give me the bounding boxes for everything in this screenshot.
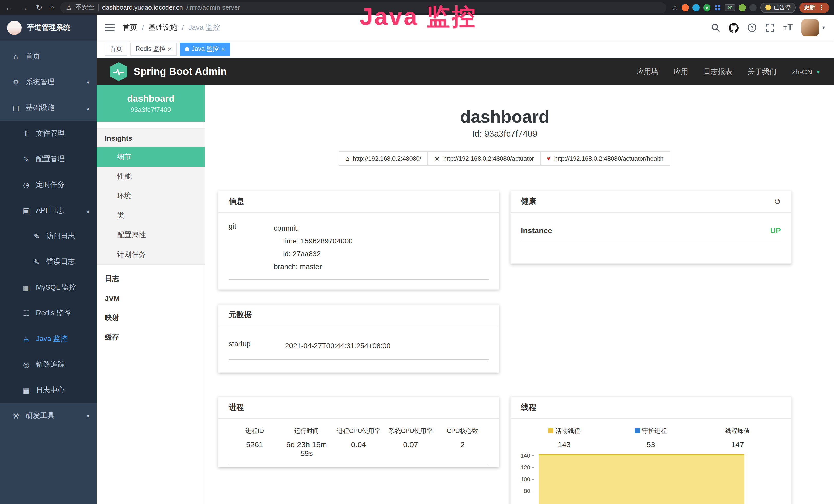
page-instance-id: Id: 93a3fc7f7409: [218, 129, 792, 139]
app-logo-row[interactable]: 芋道管理系统: [0, 15, 96, 41]
sidebar-item-redis[interactable]: ☷Redis 监控: [0, 300, 96, 326]
sidebar-item-system[interactable]: ⚙系统管理▾: [0, 69, 96, 95]
sidebar-item-api-log[interactable]: ▣API 日志▴: [0, 198, 96, 223]
profile-paused-chip[interactable]: 已暂停: [760, 2, 796, 13]
sidebar-item-java[interactable]: ☕Java 监控: [0, 326, 96, 352]
sba-section-jvm[interactable]: JVM: [96, 289, 205, 308]
search-icon[interactable]: [711, 23, 720, 32]
extension-drop-icon[interactable]: [693, 4, 700, 11]
redis-icon: ☷: [21, 309, 32, 317]
active-threads-area: [539, 455, 744, 504]
sba-item-metrics[interactable]: 性能: [96, 167, 205, 186]
close-icon[interactable]: ×: [221, 45, 225, 53]
url-path: /infra/admin-server: [186, 4, 240, 11]
history-icon[interactable]: ↺: [774, 197, 781, 206]
sba-item-env[interactable]: 环境: [96, 186, 205, 206]
browser-toolbar: ← → ↻ ⌂ ⚠ 不安全 dashboard.yudao.iocoder.cn…: [0, 0, 834, 15]
process-card-title: 进程: [218, 397, 499, 418]
extension-fox-icon[interactable]: [682, 4, 689, 11]
chevron-down-icon: ▾: [87, 79, 89, 85]
back-icon[interactable]: ←: [5, 3, 13, 12]
sidebar-item-log-center[interactable]: ▤日志中心: [0, 377, 96, 403]
sidebar-item-config[interactable]: ✎配置管理: [0, 146, 96, 172]
sidebar-item-home[interactable]: ⌂首页: [0, 44, 96, 69]
sidebar-item-devtools[interactable]: ⚒研发工具▾: [0, 403, 96, 429]
sba-nav-about[interactable]: 关于我们: [748, 67, 776, 76]
sidebar-menu: ⌂首页 ⚙系统管理▾ ▤基础设施▴ ⇧文件管理 ✎配置管理 ◷定时任务 ▣API…: [0, 41, 96, 429]
wrench-icon: ⚒: [434, 155, 440, 162]
health-instance-label: Instance: [521, 226, 552, 235]
tools-icon: ⚒: [10, 412, 22, 420]
reload-icon[interactable]: ↻: [36, 3, 42, 12]
browser-window: ← → ↻ ⌂ ⚠ 不安全 dashboard.yudao.iocoder.cn…: [0, 0, 834, 504]
url-host: dashboard.yudao.iocoder.cn: [102, 4, 183, 11]
sba-group-insights[interactable]: Insights: [96, 129, 205, 147]
health-url-button[interactable]: ♥http://192.168.0.2:48080/actuator/healt…: [540, 152, 670, 166]
sba-item-details[interactable]: 细节: [96, 147, 205, 167]
metadata-key: startup: [228, 339, 285, 352]
language-select[interactable]: zh-CN ▼: [792, 68, 821, 76]
sidebar-item-trace[interactable]: ◎链路追踪: [0, 352, 96, 377]
sba-section-caches[interactable]: 缓存: [96, 328, 205, 347]
sba-nav-journal[interactable]: 日志报表: [704, 67, 732, 76]
threads-chart: 140 120 100 80: [511, 451, 791, 504]
instance-header[interactable]: dashboard 93a3fc7f7409: [96, 85, 205, 122]
sidebar-item-access-log[interactable]: ✎访问日志: [0, 223, 96, 249]
instance-id: 93a3fc7f7409: [130, 106, 171, 113]
chrome-update-button[interactable]: 更新 ⋮: [799, 2, 829, 13]
home-icon: ⌂: [346, 155, 349, 162]
extension-on-badge[interactable]: on: [725, 4, 735, 11]
sba-section-mappings[interactable]: 映射: [96, 308, 205, 328]
app-logo: [7, 20, 22, 36]
extension-leaf-icon[interactable]: [739, 4, 746, 11]
sba-item-scheduled[interactable]: 计划任务: [96, 245, 205, 265]
info-key: git: [228, 222, 274, 273]
metadata-card: 元数据 startup 2021-04-27T00:44:31.254+08:0…: [218, 304, 499, 373]
extension-grid-icon[interactable]: [714, 4, 721, 11]
sba-brand[interactable]: Spring Boot Admin: [110, 62, 227, 81]
trace-icon: ◎: [21, 361, 32, 369]
sidebar-item-infra[interactable]: ▤基础设施▴: [0, 95, 96, 121]
home-icon: ⌂: [10, 52, 22, 61]
help-icon[interactable]: ?: [747, 23, 757, 32]
sba-item-configprops[interactable]: 配置属性: [96, 225, 205, 245]
tab-java[interactable]: Java 监控×: [180, 42, 230, 56]
sidebar-item-cron[interactable]: ◷定时任务: [0, 172, 96, 198]
process-card: 进程 进程ID5261 运行时间6d 23h 15m 59s 进程CPU使用率0…: [218, 396, 499, 467]
sba-section-logs[interactable]: 日志: [96, 269, 205, 289]
sidebar-item-error-log[interactable]: ✎错误日志: [0, 249, 96, 275]
service-url-button[interactable]: ⌂http://192.168.0.2:48080/: [339, 152, 428, 166]
fullscreen-icon[interactable]: [765, 23, 775, 32]
sidebar-item-mysql[interactable]: ▦MySQL 监控: [0, 275, 96, 300]
extension-check-icon[interactable]: v: [703, 4, 710, 11]
tab-redis[interactable]: Redis 监控×: [130, 42, 177, 56]
security-label[interactable]: 不安全: [75, 3, 94, 12]
font-size-icon[interactable]: TT: [784, 23, 793, 33]
sba-nav-wallboard[interactable]: 应用墙: [637, 67, 658, 76]
sba-nav-applications[interactable]: 应用: [674, 67, 688, 76]
profile-emoji-icon: [765, 5, 771, 10]
daemon-threads-swatch: [635, 428, 640, 433]
admin-sidebar: 芋道管理系统 ⌂首页 ⚙系统管理▾ ▤基础设施▴ ⇧文件管理 ✎配置管理 ◷定时…: [0, 15, 96, 504]
bookmark-star-icon[interactable]: ☆: [672, 3, 678, 12]
extension-puzzle-icon[interactable]: [749, 4, 757, 11]
home-icon[interactable]: ⌂: [50, 3, 55, 12]
gear-icon: ⚙: [10, 78, 22, 86]
kebab-menu-icon[interactable]: ⋮: [818, 4, 825, 11]
forward-icon[interactable]: →: [21, 3, 28, 12]
breadcrumb-infra[interactable]: 基础设施: [149, 23, 177, 32]
address-bar[interactable]: ⚠ 不安全 dashboard.yudao.iocoder.cn /infra/…: [60, 2, 666, 13]
breadcrumb-current: Java 监控: [189, 23, 220, 32]
info-card: 信息 git commit: time: 1596289704000 id: 2…: [218, 190, 499, 290]
close-icon[interactable]: ×: [168, 45, 172, 53]
sidebar-item-file[interactable]: ⇧文件管理: [0, 121, 96, 146]
tab-home[interactable]: 首页: [105, 42, 127, 56]
sba-item-classes[interactable]: 类: [96, 206, 205, 225]
metadata-value: 2021-04-27T00:44:31.254+08:00: [285, 339, 488, 352]
github-icon[interactable]: [729, 23, 739, 32]
actuator-url-button[interactable]: ⚒http://192.168.0.2:48080/actuator: [427, 152, 541, 166]
hamburger-icon[interactable]: [105, 24, 114, 31]
breadcrumb-home[interactable]: 首页: [123, 23, 137, 32]
user-menu[interactable]: ▼: [802, 19, 826, 37]
metadata-card-title: 元数据: [218, 304, 499, 326]
